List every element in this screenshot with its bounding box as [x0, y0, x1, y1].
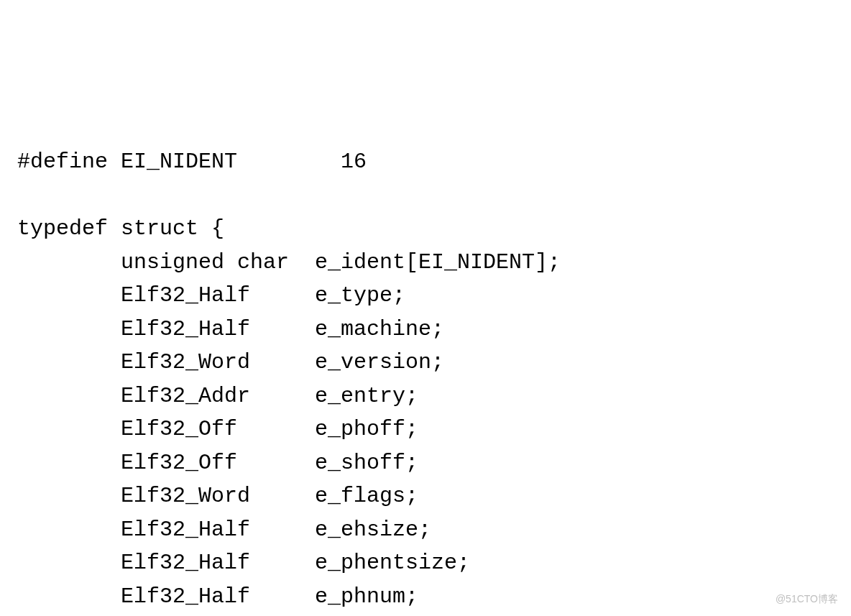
code-block: #define EI_NIDENT 16 typedef struct { un… [17, 145, 834, 616]
struct-members: unsigned char e_ident[EI_NIDENT]; Elf32_… [17, 250, 561, 617]
watermark: @51CTO博客 [776, 592, 838, 607]
typedef-open: typedef struct { [17, 216, 224, 241]
define-line: #define EI_NIDENT 16 [17, 150, 367, 174]
